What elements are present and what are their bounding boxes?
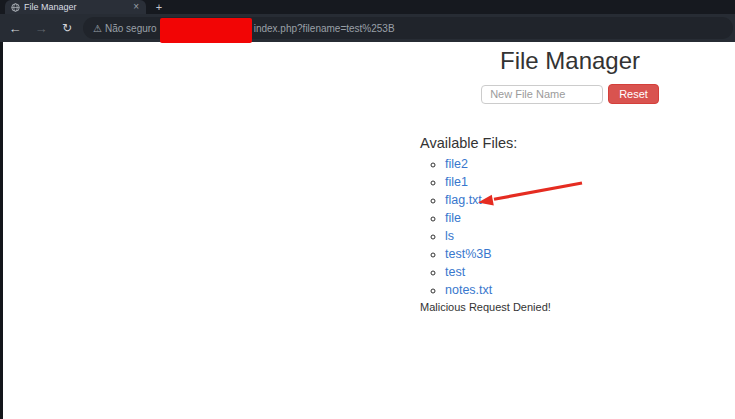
file-list: file2file1flag.txtfilelstest%3Btestnotes… [420, 155, 720, 299]
file-list-item: notes.txt [445, 281, 720, 299]
page-title: File Manager [420, 48, 720, 74]
file-link-test%3B[interactable]: test%3B [445, 247, 492, 261]
url-text[interactable]: index.php?filename=test%253B [254, 23, 395, 34]
file-link-ls[interactable]: ls [445, 229, 454, 243]
file-list-item: file1 [445, 173, 720, 191]
file-list-item: file2 [445, 155, 720, 173]
browser-toolbar: ← → ↻ ⚠ Não seguro index.php?filename=te… [0, 14, 735, 42]
reload-icon[interactable]: ↻ [59, 21, 75, 35]
tab-close-icon[interactable]: × [132, 2, 140, 12]
file-link-flag.txt[interactable]: flag.txt [445, 193, 482, 207]
status-message: Malicious Request Denied! [420, 301, 720, 313]
file-link-file1[interactable]: file1 [445, 175, 468, 189]
reset-button[interactable]: Reset [608, 84, 659, 104]
globe-favicon-icon [11, 3, 20, 12]
file-link-test[interactable]: test [445, 265, 465, 279]
file-link-file[interactable]: file [445, 211, 461, 225]
file-list-item: test [445, 263, 720, 281]
file-list-item: ls [445, 227, 720, 245]
page-content: File Manager Reset Available Files: file… [420, 42, 720, 313]
file-list-item: file [445, 209, 720, 227]
file-link-notes.txt[interactable]: notes.txt [445, 283, 492, 297]
tab-title: File Manager [24, 2, 128, 12]
tab-file-manager[interactable]: File Manager × [5, 0, 146, 14]
file-list-item: test%3B [445, 245, 720, 263]
file-link-file2[interactable]: file2 [445, 157, 468, 171]
window-edge-strip [0, 42, 3, 419]
new-file-form: Reset [420, 84, 720, 104]
file-list-item: flag.txt [445, 191, 720, 209]
back-icon[interactable]: ← [7, 21, 23, 36]
new-tab-button[interactable]: + [151, 0, 167, 14]
browser-window: File Manager × + ← → ↻ ⚠ Não seguro inde… [0, 0, 735, 419]
available-files-heading: Available Files: [420, 133, 720, 153]
warning-icon: ⚠ [93, 23, 102, 34]
address-bar[interactable]: ⚠ Não seguro index.php?filename=test%253… [83, 17, 733, 39]
redaction-box [160, 18, 252, 43]
forward-icon[interactable]: → [33, 21, 49, 36]
tab-strip: File Manager × + [0, 0, 735, 14]
security-label[interactable]: Não seguro [105, 23, 157, 34]
new-file-name-input[interactable] [481, 85, 603, 104]
